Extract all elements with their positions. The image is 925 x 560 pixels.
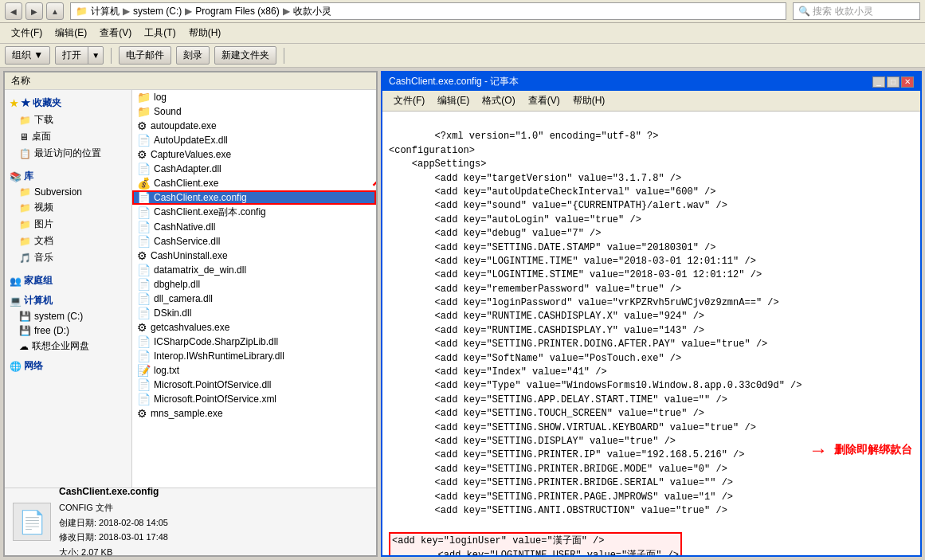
line-bridge-mode: <add key="SETTING.PRINTER.BRIDGE.MODE" v… <box>389 464 727 475</box>
new-folder-button[interactable]: 新建文件夹 <box>214 46 276 65</box>
favorites-title[interactable]: ★ ★ 收藏夹 <box>5 95 131 112</box>
line-display: <add key="SETTING.DISPLAY" value="true" … <box>389 436 676 447</box>
cashclient-exe-item[interactable]: 💰 CashClient.exe ↗ <box>132 176 376 190</box>
notepad-menu-help[interactable]: 帮助(H) <box>566 92 612 109</box>
forward-button[interactable]: ▶ <box>25 2 43 20</box>
cash-exe-icon: 💰 <box>137 177 151 190</box>
dll-icon: 📄 <box>137 235 151 248</box>
notepad-content[interactable]: <?xml version="1.0" encoding="utf-8" ?> … <box>382 112 920 555</box>
burn-button[interactable]: 刻录 <box>176 46 210 65</box>
bottom-file-size: 大小: 2.07 KB <box>59 545 168 557</box>
sidebar-item-cloud[interactable]: ☁ 联想企业网盘 <box>5 338 131 354</box>
favorites-section: ★ ★ 收藏夹 📁 下载 🖥 桌面 📋 最 <box>5 95 131 162</box>
list-item[interactable]: 📄 dll_camera.dll <box>132 292 376 306</box>
menu-file[interactable]: 文件(F) <box>5 25 49 41</box>
dll-icon: 📄 <box>137 378 151 391</box>
menu-help[interactable]: 帮助(H) <box>182 25 228 41</box>
minimize-button[interactable]: _ <box>872 76 885 88</box>
menu-view[interactable]: 查看(V) <box>93 25 138 41</box>
network-icon: 🌐 <box>10 361 22 372</box>
annotation-text: 删除即解绑款台 <box>834 442 912 458</box>
notepad-menu-edit[interactable]: 编辑(E) <box>431 92 476 109</box>
close-button[interactable]: ✕ <box>901 76 914 88</box>
list-item[interactable]: 📄 CashService.dll <box>132 234 376 249</box>
file-info-panel: 📄 CashClient.exe.config CONFIG 文件 创建日期: … <box>5 488 376 555</box>
cashclient-config-item[interactable]: 📄 CashClient.exe.config <box>132 190 376 205</box>
notepad-menu-format[interactable]: 格式(O) <box>476 92 521 109</box>
line-delay: <add key="SETTING.APP.DELAY.START.TIME" … <box>389 394 727 405</box>
line-logintime: <add key="LOGINTIME.TIME" value="2018-03… <box>389 256 756 267</box>
drive-c-icon: 💾 <box>19 311 31 322</box>
back-button[interactable]: ◀ <box>5 2 22 20</box>
line-remember: <add key="rememberPassword" value="true"… <box>389 284 681 295</box>
dll-icon: 📄 <box>137 335 151 348</box>
sidebar-item-desktop[interactable]: 🖥 桌面 <box>5 128 131 145</box>
library-icon: 📚 <box>10 171 22 182</box>
organize-button[interactable]: 组织 ▼ <box>5 46 50 65</box>
computer-section: 💻 计算机 💾 system (C:) 💾 free (D:) ☁ <box>5 292 131 354</box>
bottom-file-name: CashClient.exe.config <box>59 484 168 499</box>
list-item[interactable]: ⚙ mns_sample.exe <box>132 406 376 421</box>
family-icon: 👥 <box>10 276 22 287</box>
list-item[interactable]: 📄 ICSharpCode.SharpZipLib.dll <box>132 335 376 349</box>
menu-edit[interactable]: 编辑(E) <box>49 25 93 41</box>
list-item[interactable]: ⚙ autoupdate.exe <box>132 119 376 133</box>
open-button[interactable]: 打开 <box>56 47 88 64</box>
sidebar-item-sysdrive[interactable]: 💾 system (C:) <box>5 309 131 323</box>
list-item[interactable]: 📄 CashNative.dll <box>132 220 376 234</box>
sidebar-item-recent[interactable]: 📋 最近访问的位置 <box>5 145 131 162</box>
list-item[interactable]: 📄 CashAdapter.dll <box>132 162 376 176</box>
library-title[interactable]: 📚 库 <box>5 168 131 185</box>
line-sound: <add key="sound" value="{CURRENTPATH}/al… <box>389 200 727 211</box>
list-item[interactable]: 📝 log.txt <box>132 363 376 378</box>
line-loginstime: <add key="LOGINTIME.STIME" value="2018-0… <box>389 269 762 280</box>
recent-icon: 📋 <box>19 148 31 159</box>
up-button[interactable]: ▲ <box>46 2 64 20</box>
family-title[interactable]: 👥 家庭组 <box>5 272 131 289</box>
list-item[interactable]: 📄 dbghelp.dll <box>132 277 376 292</box>
subversion-icon: 📁 <box>19 186 31 198</box>
list-item[interactable]: 📄 datamatrix_de_win.dll <box>132 263 376 277</box>
line-virtual-kb: <add key="SETTING.SHOW.VIRTUAL.KEYBOARD"… <box>389 422 756 433</box>
sidebar-item-docs[interactable]: 📁 文档 <box>5 233 131 249</box>
list-item[interactable]: ⚙ CaptureValues.exe <box>132 147 376 162</box>
sidebar-item-subversion[interactable]: 📁 Subversion <box>5 185 131 199</box>
config-icon: 📄 <box>137 206 151 219</box>
sidebar-item-music[interactable]: 🎵 音乐 <box>5 249 131 266</box>
explorer-menu-bar: 文件(F) 编辑(E) 查看(V) 工具(T) 帮助(H) <box>0 23 925 44</box>
computer-title[interactable]: 💻 计算机 <box>5 292 131 309</box>
network-title[interactable]: 🌐 网络 <box>5 358 131 374</box>
notepad-menu-bar: 文件(F) 编辑(E) 格式(O) 查看(V) 帮助(H) <box>382 91 920 112</box>
sidebar-item-freedrive[interactable]: 💾 free (D:) <box>5 323 131 338</box>
list-item[interactable]: ⚙ getcashvalues.exe <box>132 320 376 335</box>
list-item[interactable]: 📁 Sound <box>132 104 376 119</box>
list-item[interactable]: 📄 CashClient.exe副本.config <box>132 205 376 220</box>
list-item[interactable]: 📄 Interop.IWshRuntimeLibrary.dll <box>132 349 376 363</box>
sidebar-item-video[interactable]: 📁 视频 <box>5 199 131 216</box>
menu-tools[interactable]: 工具(T) <box>138 25 182 41</box>
line-printer-ip: <add key="SETTING.PRINTER.IP" value="192… <box>389 449 744 460</box>
line-bridge-serial: <add key="SETTING.PRINTER.BRIDGE.SERIAL"… <box>389 477 733 488</box>
sidebar-item-download[interactable]: 📁 下载 <box>5 112 131 128</box>
dll-icon: 📄 <box>137 134 151 147</box>
highlighted-loginuser-block: <add key="loginUser" value="漢子面" /> <add… <box>389 532 682 555</box>
list-item[interactable]: 📄 Microsoft.PointOfService.dll <box>132 378 376 392</box>
sidebar-item-pictures[interactable]: 📁 图片 <box>5 216 131 233</box>
notepad-menu-file[interactable]: 文件(F) <box>387 92 431 109</box>
list-item[interactable]: ⚙ CashUninstall.exe <box>132 249 376 263</box>
annotation-container: → 删除即解绑款台 <box>809 439 912 461</box>
red-arrow-icon: ↗ <box>370 171 376 190</box>
xml-declaration: <?xml version="1.0" encoding="utf-8" ?> <box>435 131 659 142</box>
list-item[interactable]: 📄 DSkin.dll <box>132 306 376 320</box>
addr-part-4: 收款小灵 <box>293 5 331 18</box>
search-box[interactable]: 🔍 搜索 收款小灵 <box>793 2 920 20</box>
maximize-button[interactable]: □ <box>887 76 900 88</box>
notepad-menu-view[interactable]: 查看(V) <box>522 92 566 109</box>
desktop-icon: 🖥 <box>19 131 29 143</box>
open-dropdown[interactable]: ▼ <box>88 49 103 61</box>
email-button[interactable]: 电子邮件 <box>119 46 171 65</box>
line-autologin: <add key="autoLogin" value="true" /> <box>389 214 641 225</box>
list-item[interactable]: 📄 Microsoft.PointOfService.xml <box>132 392 376 406</box>
list-item[interactable]: 📄 AutoUpdateEx.dll <box>132 133 376 147</box>
list-item[interactable]: 📁 log <box>132 90 376 104</box>
